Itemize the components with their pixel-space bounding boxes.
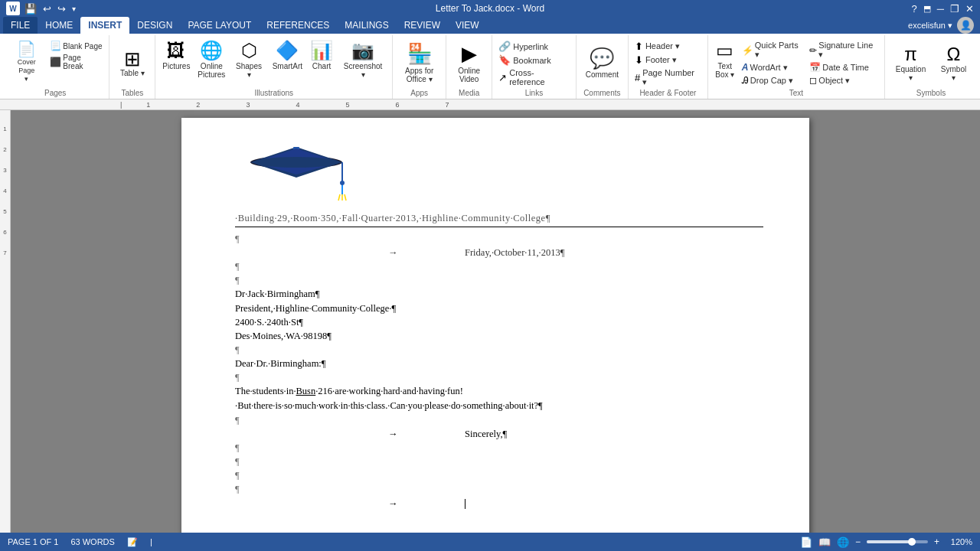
apps-for-office-button[interactable]: 🏪 Apps forOffice ▾ xyxy=(402,41,436,84)
print-layout-button[interactable]: 📄 xyxy=(800,536,812,548)
closing-line: → Sincerely,¶ xyxy=(388,427,763,441)
ribbon-group-pages: 📄 Cover Page▾ 📃Blank Page ⬛Page Break Pa… xyxy=(3,35,109,99)
tab-file[interactable]: FILE xyxy=(3,17,38,34)
body-text: The·students·in·Busn·216·are·working·har… xyxy=(235,384,763,413)
recipient-address1: 2400·S.·240th·St¶ xyxy=(235,315,763,329)
para-3: ¶ xyxy=(235,273,763,287)
tab-insert[interactable]: INSERT xyxy=(80,17,129,34)
tab-design[interactable]: DESIGN xyxy=(129,17,180,34)
chart-button[interactable]: 📊 Chart xyxy=(308,38,335,72)
para-8: ¶ xyxy=(235,455,763,468)
close-button[interactable]: ✕ xyxy=(965,3,974,15)
footer-button[interactable]: ⬇Footer ▾ xyxy=(633,54,703,67)
screenshot-button[interactable]: 📷 Screenshot ▾ xyxy=(338,38,387,80)
para-2: ¶ xyxy=(235,259,763,273)
reading-mode-button[interactable]: 📖 xyxy=(818,536,831,548)
salutation: Dear·Dr.·Birmingham:¶ xyxy=(235,357,763,370)
recipient-title: President,·Highline·Community·College·¶ xyxy=(235,302,763,315)
tables-group-label: Tables xyxy=(116,89,149,99)
spelling-icon[interactable]: 📝 xyxy=(127,537,138,547)
shapes-button[interactable]: ⬡ Shapes ▾ xyxy=(230,38,267,80)
date-line: → Friday,·October·11,·2013¶ xyxy=(388,246,763,259)
illustrations-group-label: Illustrations xyxy=(160,89,387,99)
svg-point-7 xyxy=(340,181,345,185)
status-bar: PAGE 1 OF 1 63 WORDS 📝 | 📄 📖 🌐 − + 120% xyxy=(0,533,980,551)
table-button[interactable]: ⊞ Table ▾ xyxy=(117,47,148,79)
zoom-level[interactable]: 120% xyxy=(946,537,972,546)
blank-page-button[interactable]: 📃Blank Page xyxy=(48,40,104,52)
object-button[interactable]: ◻Object ▾ xyxy=(808,74,881,86)
cross-reference-button[interactable]: ↗Cross-reference xyxy=(497,67,571,87)
ribbon-group-tables: ⊞ Table ▾ Tables xyxy=(109,35,155,99)
ribbon-group-media: ▶ OnlineVideo Media xyxy=(446,35,492,99)
media-group-label: Media xyxy=(452,89,485,99)
ruler-vertical: 1234567 xyxy=(0,110,11,533)
online-pictures-button[interactable]: 🌐 OnlinePictures xyxy=(195,38,227,80)
redo-button[interactable]: ↪ xyxy=(56,3,67,15)
para-10: ¶ xyxy=(235,482,763,496)
para-1: ¶ xyxy=(235,232,763,246)
save-button[interactable]: 💾 xyxy=(23,3,38,15)
ribbon-group-illustrations: 🖼 Pictures 🌐 OnlinePictures ⬡ Shapes ▾ 🔷… xyxy=(155,35,393,99)
graduation-cap-image xyxy=(235,141,763,207)
svg-point-4 xyxy=(253,157,339,168)
signature-line-button[interactable]: ✏Signature Line ▾ xyxy=(808,40,881,60)
header-button[interactable]: ⬆Header ▾ xyxy=(633,40,703,53)
smartart-button[interactable]: 🔷 SmartArt xyxy=(270,38,305,72)
svg-line-10 xyxy=(345,194,346,201)
restore-ribbon-button[interactable]: ⬒ xyxy=(923,4,931,14)
user-avatar[interactable]: 👤 xyxy=(957,17,974,34)
ribbon-group-links: 🔗Hyperlink 🔖Bookmark ↗Cross-reference Li… xyxy=(492,35,577,99)
symbol-button[interactable]: Ω Symbol ▾ xyxy=(935,42,972,84)
online-video-button[interactable]: ▶ OnlineVideo xyxy=(455,41,483,84)
cursor-line: → xyxy=(388,497,763,510)
ruler-horizontal: | 1 2 3 4 5 6 7 xyxy=(119,101,980,109)
minimize-button[interactable]: ─ xyxy=(937,3,944,15)
undo-button[interactable]: ↩ xyxy=(41,3,53,15)
cover-page-button[interactable]: 📄 Cover Page▾ xyxy=(6,38,47,84)
wordart-button[interactable]: AWordArt ▾ xyxy=(740,61,807,73)
svg-line-8 xyxy=(338,194,340,201)
text-group-label: Text xyxy=(711,89,881,99)
pictures-button[interactable]: 🖼 Pictures xyxy=(160,38,192,72)
web-layout-button[interactable]: 🌐 xyxy=(837,536,849,548)
symbols-group-label: Symbols xyxy=(890,89,972,99)
track-changes: | xyxy=(150,537,152,546)
date-time-button[interactable]: 📅Date & Time xyxy=(808,61,881,73)
word-count: 63 WORDS xyxy=(70,537,114,546)
quick-parts-button[interactable]: ⚡Quick Parts ▾ xyxy=(740,40,807,60)
apps-group-label: Apps xyxy=(399,89,439,99)
ribbon-group-headerfooter: ⬆Header ▾ ⬇Footer ▾ #Page Number ▾ Heade… xyxy=(629,35,708,99)
recipient-name: Dr·Jack·Birmingham¶ xyxy=(235,287,763,301)
tab-view[interactable]: VIEW xyxy=(448,17,487,34)
drop-cap-button[interactable]: ᎯDrop Cap ▾ xyxy=(740,74,807,86)
links-group-label: Links xyxy=(497,89,571,99)
para-9: ¶ xyxy=(235,468,763,482)
ribbon-group-apps: 🏪 Apps forOffice ▾ Apps xyxy=(393,35,446,99)
help-button[interactable]: ? xyxy=(912,3,917,15)
ribbon-group-comments: 💬 Comment Comments xyxy=(577,35,629,99)
word-logo: W xyxy=(6,2,20,15)
zoom-slider-track[interactable] xyxy=(867,540,928,543)
restore-button[interactable]: ❐ xyxy=(950,3,959,15)
customize-qa[interactable]: ▾ xyxy=(70,5,77,13)
tab-home[interactable]: HOME xyxy=(38,17,80,34)
page-number-button[interactable]: #Page Number ▾ xyxy=(633,67,703,88)
text-box-button[interactable]: ▭ TextBox ▾ xyxy=(711,38,739,80)
bookmark-button[interactable]: 🔖Bookmark xyxy=(497,54,571,67)
headerfooter-group-label: Header & Footer xyxy=(633,89,703,99)
tab-review[interactable]: REVIEW xyxy=(397,17,448,34)
page-break-button[interactable]: ⬛Page Break xyxy=(48,53,104,71)
zoom-in-button[interactable]: + xyxy=(934,536,939,547)
tab-references[interactable]: REFERENCES xyxy=(259,17,337,34)
tab-pagelayout[interactable]: PAGE LAYOUT xyxy=(180,17,259,34)
address-line: ·Building·29,·Room·350,·Fall·Quarter·201… xyxy=(235,211,763,227)
equation-button[interactable]: π Equation ▾ xyxy=(890,42,932,84)
tab-mailings[interactable]: MAILINGS xyxy=(337,17,396,34)
document-page: ·Building·29,·Room·350,·Fall·Quarter·201… xyxy=(181,118,809,533)
hyperlink-button[interactable]: 🔗Hyperlink xyxy=(497,40,571,53)
recipient-address2: Des·Moines,·WA·98198¶ xyxy=(235,329,763,343)
comment-button[interactable]: 💬 Comment xyxy=(583,45,622,80)
ribbon-group-text: ▭ TextBox ▾ ⚡Quick Parts ▾ AWordArt ▾ ᎯD… xyxy=(708,35,885,99)
zoom-out-button[interactable]: − xyxy=(855,536,861,547)
